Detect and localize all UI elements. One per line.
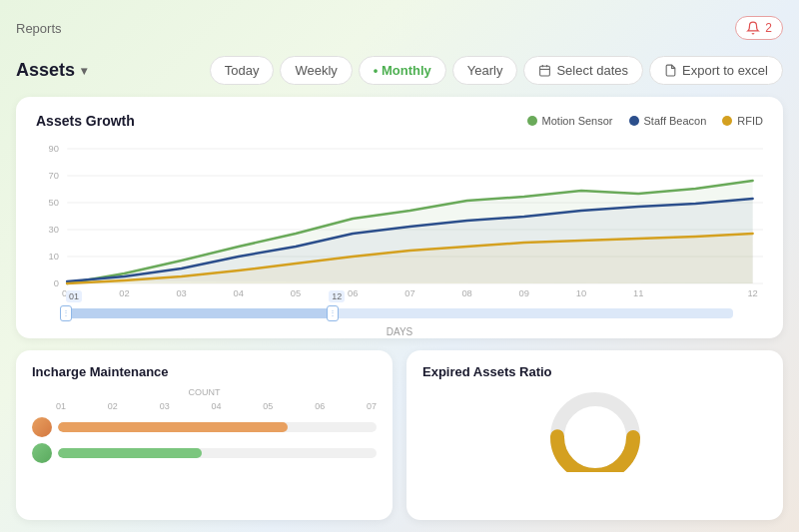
filter-monthly[interactable]: Monthly xyxy=(359,56,446,85)
maintenance-card: Incharge Maintenance COUNT 01 02 03 04 0… xyxy=(16,350,393,520)
svg-text:11: 11 xyxy=(633,288,643,298)
svg-text:03: 03 xyxy=(176,288,186,298)
svg-text:09: 09 xyxy=(519,288,529,298)
legend-label-staff: Staff Beacon xyxy=(644,115,707,127)
chart-area: 90 70 50 30 10 0 01 02 xyxy=(36,139,763,328)
chart-title: Assets Growth xyxy=(36,113,135,129)
legend-dot-rfid xyxy=(722,116,732,126)
expired-assets-title: Expired Assets Ratio xyxy=(422,364,767,379)
filter-controls: Today Weekly Monthly Yearly Select dates… xyxy=(210,56,783,85)
avatar-1 xyxy=(32,417,52,437)
assets-row: Assets ▾ Today Weekly Monthly Yearly Sel… xyxy=(16,56,783,85)
page-title: Reports xyxy=(16,21,62,36)
svg-text:08: 08 xyxy=(461,288,471,298)
svg-text:50: 50 xyxy=(48,198,58,208)
x-axis-label: DAYS xyxy=(36,326,763,337)
svg-text:10: 10 xyxy=(576,288,586,298)
svg-text:10: 10 xyxy=(48,252,58,262)
select-dates-button[interactable]: Select dates xyxy=(523,56,643,85)
legend-rfid: RFID xyxy=(722,115,763,127)
chart-svg: 90 70 50 30 10 0 01 02 xyxy=(36,139,763,298)
legend-label-motion: Motion Sensor xyxy=(542,115,613,127)
filter-today[interactable]: Today xyxy=(210,56,275,85)
calendar-icon xyxy=(538,64,551,77)
bar-fill-2 xyxy=(58,448,202,458)
header: Reports 2 xyxy=(16,12,783,44)
svg-text:02: 02 xyxy=(119,288,129,298)
legend-motion-sensor: Motion Sensor xyxy=(527,115,613,127)
donut-svg xyxy=(540,382,650,472)
assets-title[interactable]: Assets ▾ xyxy=(16,60,87,81)
export-icon xyxy=(664,64,677,77)
legend-staff-beacon: Staff Beacon xyxy=(629,115,707,127)
maintenance-x-axis: 01 02 03 04 05 06 07 xyxy=(32,401,377,411)
svg-text:70: 70 xyxy=(48,171,58,181)
svg-text:90: 90 xyxy=(48,144,58,154)
count-label: COUNT xyxy=(32,387,377,397)
svg-text:0: 0 xyxy=(54,278,59,288)
legend-dot-staff xyxy=(629,116,639,126)
filter-weekly[interactable]: Weekly xyxy=(280,56,352,85)
svg-text:07: 07 xyxy=(404,288,414,298)
svg-text:30: 30 xyxy=(48,225,58,235)
svg-text:06: 06 xyxy=(348,288,358,298)
chart-header: Assets Growth Motion Sensor Staff Beacon… xyxy=(36,113,763,129)
export-button[interactable]: Export to excel xyxy=(649,56,783,85)
bar-container-2 xyxy=(58,448,377,458)
notification-icon xyxy=(746,21,760,35)
notification-button[interactable]: 2 xyxy=(735,16,783,40)
assets-growth-card: Assets Growth Motion Sensor Staff Beacon… xyxy=(16,97,783,338)
bottom-row: Incharge Maintenance COUNT 01 02 03 04 0… xyxy=(16,350,783,520)
maintenance-title: Incharge Maintenance xyxy=(32,364,377,379)
legend-label-rfid: RFID xyxy=(737,115,763,127)
svg-rect-0 xyxy=(540,66,550,76)
svg-text:04: 04 xyxy=(234,288,244,298)
donut-chart xyxy=(422,387,767,467)
svg-text:05: 05 xyxy=(291,288,301,298)
slider-right-label: 12 xyxy=(329,290,345,302)
bar-fill-1 xyxy=(58,422,288,432)
bar-container-1 xyxy=(58,422,377,432)
svg-text:12: 12 xyxy=(747,288,757,298)
chart-slider[interactable]: ⋮ ⋮ 01 12 xyxy=(66,304,733,322)
slider-left-label: 01 xyxy=(66,290,82,302)
maintenance-bar-2 xyxy=(32,443,377,463)
filter-yearly[interactable]: Yearly xyxy=(452,56,518,85)
maintenance-bar-1 xyxy=(32,417,377,437)
notification-count: 2 xyxy=(765,21,772,35)
chevron-down-icon: ▾ xyxy=(81,64,87,78)
chart-legend: Motion Sensor Staff Beacon RFID xyxy=(527,115,763,127)
legend-dot-motion xyxy=(527,116,537,126)
avatar-2 xyxy=(32,443,52,463)
expired-assets-card: Expired Assets Ratio xyxy=(406,350,783,520)
